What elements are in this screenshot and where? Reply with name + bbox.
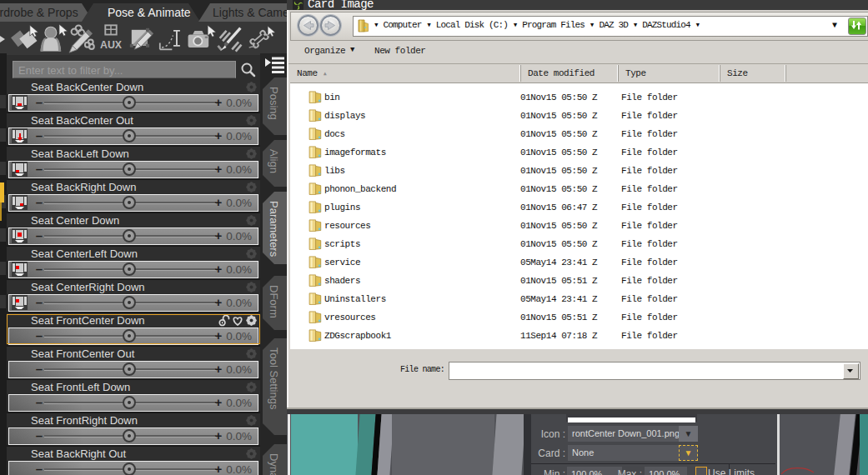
svg-text:AUX: AUX [100, 39, 123, 51]
